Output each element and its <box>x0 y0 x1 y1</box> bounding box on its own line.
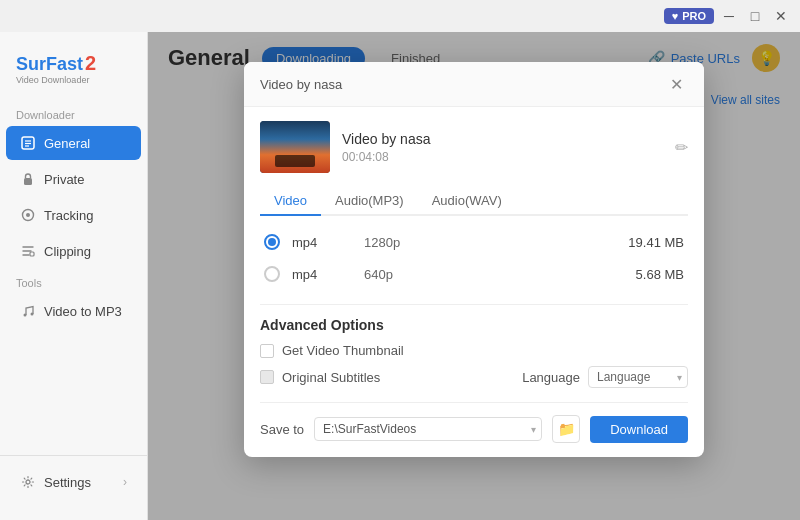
title-bar: ♥ PRO ─ □ ✕ <box>0 0 800 32</box>
minimize-button[interactable]: ─ <box>718 5 740 27</box>
settings-icon <box>20 474 36 490</box>
sidebar-item-private[interactable]: Private <box>6 162 141 196</box>
pro-badge[interactable]: ♥ PRO <box>664 8 714 24</box>
music-icon <box>20 303 36 319</box>
path-select[interactable]: E:\SurFastVideos <box>314 417 542 441</box>
logo: SurFast 2 Video Downloader <box>0 44 147 101</box>
pro-heart-icon: ♥ <box>672 10 679 22</box>
format-tabs: Video Audio(MP3) Audio(WAV) <box>260 187 688 216</box>
save-row: Save to E:\SurFastVideos 📁 Download <box>260 402 688 443</box>
modal-close-button[interactable]: ✕ <box>664 72 688 96</box>
quality-format-1: mp4 <box>292 235 352 250</box>
language-text-label: Language <box>522 370 580 385</box>
folder-button[interactable]: 📁 <box>552 415 580 443</box>
thumbnail-option-row: Get Video Thumbnail <box>260 343 688 358</box>
svg-point-10 <box>26 480 30 484</box>
advanced-options-section: Advanced Options Get Video Thumbnail Ori… <box>260 304 688 388</box>
modal-title: Video by nasa <box>260 77 342 92</box>
folder-icon: 📁 <box>558 421 575 437</box>
maximize-button[interactable]: □ <box>744 5 766 27</box>
radio-dot-1 <box>268 238 276 246</box>
thumbnail-label: Get Video Thumbnail <box>282 343 404 358</box>
quality-option-1[interactable]: mp4 1280p 19.41 MB <box>260 226 688 258</box>
video-name: Video by nasa <box>342 131 663 147</box>
download-button[interactable]: Download <box>590 416 688 443</box>
pro-label: PRO <box>682 10 706 22</box>
close-button[interactable]: ✕ <box>770 5 792 27</box>
radio-1[interactable] <box>264 234 280 250</box>
sidebar-private-label: Private <box>44 172 84 187</box>
video-info-row: Video by nasa 00:04:08 ✏ <box>260 121 688 173</box>
settings-item[interactable]: Settings › <box>6 465 141 499</box>
quality-resolution-1: 1280p <box>364 235 616 250</box>
general-icon <box>20 135 36 151</box>
logo-subtitle: Video Downloader <box>16 75 131 85</box>
radio-2[interactable] <box>264 266 280 282</box>
settings-label: Settings <box>44 475 91 490</box>
tab-audio-mp3[interactable]: Audio(MP3) <box>321 187 418 214</box>
svg-rect-4 <box>24 178 32 185</box>
sidebar-bottom: Settings › <box>0 455 147 508</box>
modal-header: Video by nasa ✕ <box>244 62 704 107</box>
quality-options: mp4 1280p 19.41 MB mp4 640p 5.68 MB <box>260 226 688 290</box>
tracking-icon <box>20 207 36 223</box>
save-to-label: Save to <box>260 422 304 437</box>
sidebar: SurFast 2 Video Downloader Downloader Ge… <box>0 32 148 520</box>
quality-option-2[interactable]: mp4 640p 5.68 MB <box>260 258 688 290</box>
main-content: General Downloading Finished 🔗 Paste URL… <box>148 32 800 520</box>
clipping-icon <box>20 243 36 259</box>
app-body: SurFast 2 Video Downloader Downloader Ge… <box>0 32 800 520</box>
svg-rect-7 <box>30 252 34 256</box>
private-icon <box>20 171 36 187</box>
logo-number: 2 <box>85 52 96 75</box>
tools-section-label: Tools <box>0 269 147 293</box>
quality-size-1: 19.41 MB <box>628 235 684 250</box>
tab-video[interactable]: Video <box>260 187 321 216</box>
quality-size-2: 5.68 MB <box>636 267 684 282</box>
modal-body: Video by nasa 00:04:08 ✏ Video Audio(MP3… <box>244 107 704 457</box>
sidebar-item-general[interactable]: General <box>6 126 141 160</box>
advanced-options-title: Advanced Options <box>260 317 688 333</box>
video-thumbnail <box>260 121 330 173</box>
logo-text: SurFast <box>16 54 83 75</box>
modal: Video by nasa ✕ Video by n <box>244 62 704 457</box>
language-select[interactable]: Language English Spanish French <box>588 366 688 388</box>
quality-format-2: mp4 <box>292 267 352 282</box>
quality-resolution-2: 640p <box>364 267 624 282</box>
settings-chevron-icon: › <box>123 475 127 489</box>
subtitles-label: Original Subtitles <box>282 370 380 385</box>
sidebar-tracking-label: Tracking <box>44 208 93 223</box>
thumbnail-checkbox[interactable] <box>260 344 274 358</box>
sidebar-item-tracking[interactable]: Tracking <box>6 198 141 232</box>
sidebar-item-video-to-mp3[interactable]: Video to MP3 <box>6 294 141 328</box>
path-select-wrapper: E:\SurFastVideos <box>314 417 542 441</box>
modal-overlay: Video by nasa ✕ Video by n <box>148 32 800 520</box>
video-duration: 00:04:08 <box>342 150 663 164</box>
svg-point-8 <box>24 314 27 317</box>
language-select-wrapper: Language English Spanish French <box>588 366 688 388</box>
subtitles-checkbox[interactable] <box>260 370 274 384</box>
video-details: Video by nasa 00:04:08 <box>342 131 663 164</box>
sidebar-item-clipping[interactable]: Clipping <box>6 234 141 268</box>
svg-point-9 <box>31 313 34 316</box>
sidebar-clipping-label: Clipping <box>44 244 91 259</box>
downloader-section-label: Downloader <box>0 101 147 125</box>
sidebar-general-label: General <box>44 136 90 151</box>
sidebar-videotomp3-label: Video to MP3 <box>44 304 122 319</box>
tab-audio-wav[interactable]: Audio(WAV) <box>418 187 516 214</box>
subtitles-option-row: Original Subtitles Language Language Eng… <box>260 366 688 388</box>
svg-point-6 <box>26 213 30 217</box>
edit-icon[interactable]: ✏ <box>675 138 688 157</box>
